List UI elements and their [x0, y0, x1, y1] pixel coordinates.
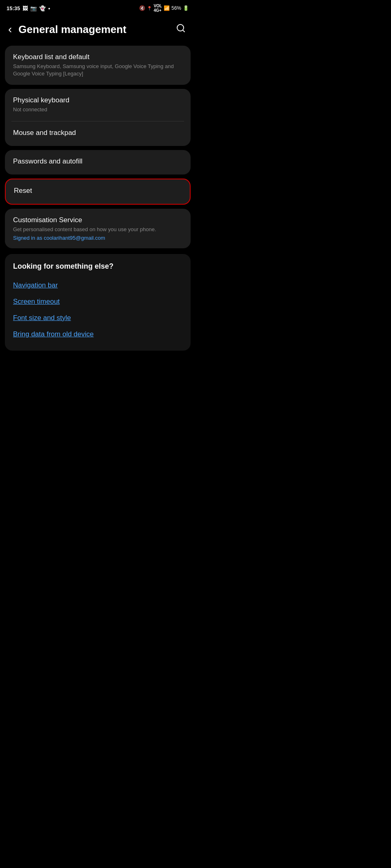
looking-section: Looking for something else? Navigation b… — [5, 254, 191, 351]
dot-indicator: • — [48, 5, 50, 11]
status-left: 15:35 🖼 📷 👻 • — [7, 5, 50, 11]
page-title: General management — [18, 23, 174, 36]
reset-title: Reset — [14, 187, 182, 195]
mute-icon: 🔇 — [139, 5, 145, 11]
customisation-email: Signed in as coolarihant95@gmail.com — [13, 235, 182, 241]
photo-icon: 🖼 — [22, 5, 28, 11]
page-header: ‹ General management — [0, 15, 196, 46]
back-button[interactable]: ‹ — [7, 21, 13, 38]
status-right: 🔇 📍 VOL4G+ 📶 56% 🔋 — [139, 4, 189, 13]
battery-icon: 🔋 — [183, 5, 189, 11]
input-devices-group: Physical keyboard Not connected Mouse an… — [5, 89, 191, 146]
mouse-trackpad-item[interactable]: Mouse and trackpad — [5, 121, 191, 146]
bring-data-link[interactable]: Bring data from old device — [13, 326, 182, 342]
physical-keyboard-subtitle: Not connected — [13, 106, 182, 113]
location-icon: 📍 — [147, 6, 152, 11]
passwords-autofill-item[interactable]: Passwords and autofill — [5, 150, 191, 174]
customisation-service-item[interactable]: Customisation Service Get personalised c… — [5, 209, 191, 248]
customisation-service-subtitle: Get personalised content based on how yo… — [13, 226, 182, 233]
search-button[interactable] — [174, 22, 187, 37]
svg-line-1 — [183, 30, 184, 32]
physical-keyboard-title: Physical keyboard — [13, 96, 182, 104]
snapchat-icon: 👻 — [39, 5, 46, 11]
battery-level: 56% — [171, 5, 181, 11]
customisation-service-title: Customisation Service — [13, 216, 182, 224]
instagram-icon: 📷 — [30, 5, 37, 11]
passwords-autofill-title: Passwords and autofill — [13, 157, 182, 166]
keyboard-list-item[interactable]: Keyboard list and default Samsung Keyboa… — [5, 46, 191, 85]
navigation-bar-link[interactable]: Navigation bar — [13, 277, 182, 294]
reset-item[interactable]: Reset — [5, 179, 191, 205]
screen-timeout-link[interactable]: Screen timeout — [13, 294, 182, 310]
status-bar: 15:35 🖼 📷 👻 • 🔇 📍 VOL4G+ 📶 56% 🔋 — [0, 0, 196, 15]
signal-bars: 📶 — [164, 5, 170, 11]
keyboard-list-subtitle: Samsung Keyboard, Samsung voice input, G… — [13, 63, 182, 77]
physical-keyboard-item[interactable]: Physical keyboard Not connected — [5, 89, 191, 121]
time: 15:35 — [7, 5, 20, 11]
font-size-style-link[interactable]: Font size and style — [13, 310, 182, 326]
looking-title: Looking for something else? — [13, 262, 182, 271]
mouse-trackpad-title: Mouse and trackpad — [13, 129, 182, 137]
keyboard-list-title: Keyboard list and default — [13, 53, 182, 61]
settings-content: Keyboard list and default Samsung Keyboa… — [0, 46, 196, 351]
network-label: VOL4G+ — [153, 4, 162, 13]
